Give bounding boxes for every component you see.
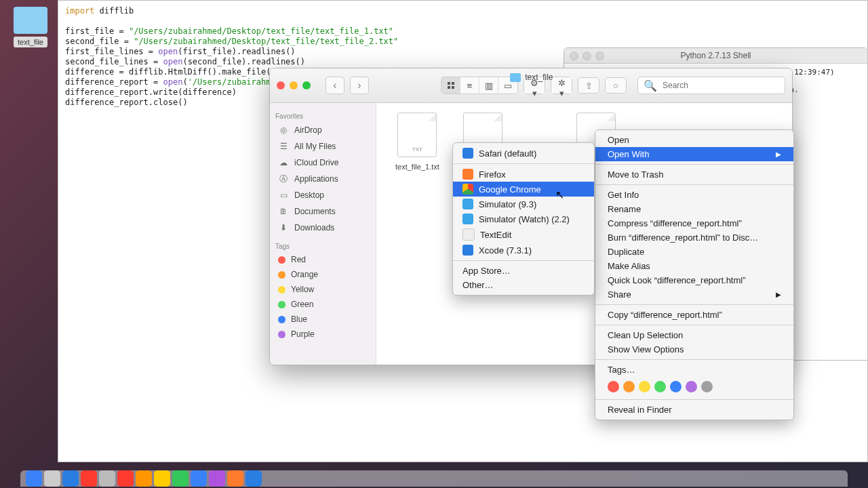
sidebar-item-applications[interactable]: ⒶApplications [275, 171, 370, 187]
tag-color-swatch[interactable] [670, 381, 682, 392]
menu-open[interactable]: Open [595, 133, 793, 147]
dock-app[interactable] [62, 470, 79, 487]
folder-label: text_file [14, 37, 47, 47]
openwith-submenu: Safari (default) Firefox Google Chrome S… [452, 142, 595, 296]
minimize-icon[interactable] [290, 81, 298, 89]
menu-compress[interactable]: Compress “difference_report.html” [595, 216, 793, 230]
sidebar-tag-purple[interactable]: Purple [275, 327, 370, 342]
tag-color-swatch[interactable] [608, 381, 619, 392]
openwith-safari[interactable]: Safari (default) [453, 146, 594, 161]
safari-icon [462, 148, 473, 159]
sidebar-tag-yellow[interactable]: Yellow [275, 282, 370, 297]
menu-duplicate[interactable]: Duplicate [595, 245, 793, 259]
svg-rect-0 [448, 82, 450, 85]
dock-app[interactable] [172, 470, 189, 487]
close-icon[interactable] [277, 81, 285, 89]
finder-sidebar: Favorites ◎AirDrop ☰All My Files ☁iCloud… [270, 103, 376, 365]
sidebar-tag-green[interactable]: Green [275, 297, 370, 312]
menu-quicklook[interactable]: Quick Look “difference_report.html” [595, 273, 793, 287]
search-field[interactable]: 🔍 [637, 77, 785, 94]
dock-app[interactable] [154, 470, 170, 487]
tag-color-swatch[interactable] [623, 381, 635, 392]
dock-app[interactable] [136, 470, 152, 487]
sidebar-tag-red[interactable]: Red [275, 252, 370, 267]
file-label: text_file_1.txt [395, 163, 439, 171]
menu-share[interactable]: Share▶ [595, 287, 793, 302]
menu-viewoptions[interactable]: Show View Options [595, 342, 793, 357]
dock-app[interactable] [81, 470, 97, 487]
tag-color-swatch[interactable] [654, 381, 666, 392]
back-button[interactable]: ‹ [326, 77, 344, 94]
column-view-button[interactable]: ▥ [479, 77, 498, 94]
dock-app[interactable] [117, 470, 134, 487]
openwith-other[interactable]: Other… [453, 278, 594, 292]
shell-title: Python 2.7.13 Shell [680, 51, 751, 60]
action-dropdown[interactable]: ✲ ▾ [551, 77, 572, 94]
menu-trash[interactable]: Move to Trash [595, 167, 793, 182]
menu-burn[interactable]: Burn “difference_report.html” to Disc… [595, 230, 793, 245]
menu-cleanup[interactable]: Clean Up Selection [595, 328, 793, 342]
sidebar-tag-orange[interactable]: Orange [275, 267, 370, 282]
tag-dot-icon [278, 286, 285, 293]
sidebar-item-icloud[interactable]: ☁iCloud Drive [275, 155, 370, 171]
sidebar-item-desktop[interactable]: ▭Desktop [275, 187, 370, 203]
window-controls [277, 81, 311, 89]
openwith-simulator93[interactable]: Simulator (9.3) [453, 197, 594, 211]
chevron-right-icon: ▶ [776, 150, 781, 158]
menu-tags[interactable]: Tags… [595, 363, 793, 377]
documents-icon: 🗎 [278, 206, 289, 217]
icon-view-button[interactable] [441, 77, 460, 94]
forward-button[interactable]: › [350, 77, 369, 94]
tag-dot-icon [278, 256, 285, 264]
close-icon[interactable] [570, 52, 578, 60]
sidebar-item-downloads[interactable]: ⬇Downloads [275, 220, 370, 236]
share-button[interactable]: ⇧ [578, 77, 599, 94]
search-input[interactable] [661, 80, 766, 91]
desktop-icon: ▭ [278, 190, 289, 201]
desktop-folder[interactable]: text_file [14, 7, 47, 46]
list-view-button[interactable]: ≡ [460, 77, 479, 94]
xcode-icon [462, 245, 473, 256]
dock-app[interactable] [227, 470, 243, 487]
openwith-simulator-watch[interactable]: Simulator (Watch) (2.2) [453, 211, 594, 226]
sidebar-item-airdrop[interactable]: ◎AirDrop [275, 122, 370, 138]
openwith-textedit[interactable]: TextEdit [453, 226, 594, 243]
svg-rect-1 [452, 82, 454, 85]
dock-app[interactable] [209, 470, 225, 487]
dock-app[interactable] [245, 470, 262, 487]
menu-get-info[interactable]: Get Info [595, 188, 793, 202]
view-mode-segment: ≡ ▥ ▭ [441, 77, 518, 94]
svg-rect-2 [448, 86, 450, 89]
menu-reveal[interactable]: Reveal in Finder [595, 403, 793, 417]
openwith-xcode[interactable]: Xcode (7.3.1) [453, 243, 594, 258]
textedit-icon [462, 228, 475, 241]
menu-open-with[interactable]: Open With▶ [595, 147, 793, 161]
menu-copy[interactable]: Copy “difference_report.html” [595, 308, 793, 322]
dock-app[interactable] [44, 470, 60, 487]
dock-app[interactable] [99, 470, 115, 487]
minimize-icon[interactable] [583, 52, 591, 60]
sidebar-item-documents[interactable]: 🗎Documents [275, 203, 370, 220]
menu-make-alias[interactable]: Make Alias [595, 259, 793, 273]
zoom-icon[interactable] [595, 52, 604, 60]
openwith-chrome[interactable]: Google Chrome [453, 182, 594, 197]
tag-color-swatch[interactable] [686, 381, 697, 392]
finder-title: text_file [510, 73, 553, 82]
file-text1[interactable]: text_file_1.txt [395, 113, 439, 171]
menu-rename[interactable]: Rename [595, 202, 793, 216]
dock-app[interactable] [26, 470, 42, 487]
folder-icon [510, 73, 521, 82]
openwith-firefox[interactable]: Firefox [453, 167, 594, 182]
tag-color-swatch[interactable] [639, 381, 650, 392]
folder-icon [14, 7, 47, 34]
openwith-appstore[interactable]: App Store… [453, 264, 594, 278]
chrome-icon [462, 184, 473, 195]
sidebar-item-allmyfiles[interactable]: ☰All My Files [275, 138, 370, 155]
dock-app[interactable] [191, 470, 207, 487]
tag-color-swatch[interactable] [701, 381, 713, 392]
favorites-header: Favorites [275, 113, 370, 120]
zoom-icon[interactable] [302, 81, 311, 89]
sidebar-tag-blue[interactable]: Blue [275, 312, 370, 327]
tags-button[interactable]: ○ [605, 77, 627, 94]
shell-titlebar[interactable]: Python 2.7.13 Shell [564, 48, 867, 64]
